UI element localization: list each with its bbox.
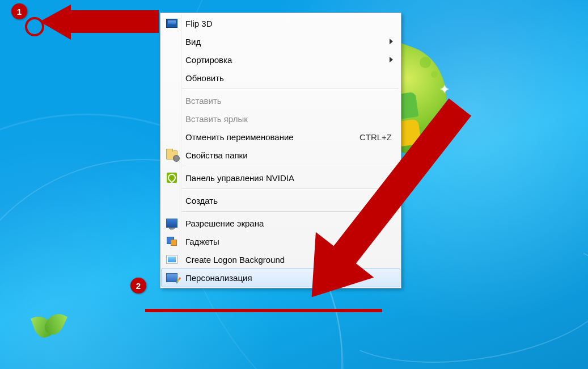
- nvidia-icon: [166, 172, 177, 183]
- menu-item[interactable]: Обновить: [162, 69, 400, 87]
- screen-resolution-icon: [166, 217, 177, 229]
- menu-item-label: Сортировка: [185, 55, 390, 65]
- menu-separator: [182, 89, 399, 90]
- annotation-arrow-2: [303, 97, 462, 307]
- submenu-arrow-icon: [390, 57, 393, 62]
- annotation-marker-1: 1: [11, 3, 27, 19]
- folder-options-icon: [166, 149, 177, 161]
- menu-item-label: Вид: [185, 37, 390, 47]
- decorative-leaf: [34, 312, 68, 341]
- flip3d-icon: [166, 18, 177, 29]
- svg-marker-1: [282, 85, 489, 320]
- svg-marker-0: [40, 5, 159, 40]
- menu-item[interactable]: Сортировка: [162, 51, 400, 69]
- submenu-arrow-icon: [390, 39, 393, 44]
- annotation-underline: [145, 309, 382, 312]
- annotation-arrow-1: [40, 5, 159, 39]
- logon-background-icon: [166, 254, 177, 265]
- menu-item[interactable]: Вид: [162, 32, 400, 51]
- annotation-marker-2: 2: [130, 278, 146, 293]
- menu-item-label: Flip 3D: [185, 19, 395, 28]
- personalize-icon: [166, 272, 177, 283]
- menu-item-label: Обновить: [185, 73, 395, 83]
- menu-item[interactable]: Flip 3D: [162, 14, 400, 32]
- gadgets-icon: [166, 236, 177, 247]
- desktop-background[interactable]: ✦ 1 2 Flip 3DВидСортировкаОбновитьВстави…: [0, 0, 588, 369]
